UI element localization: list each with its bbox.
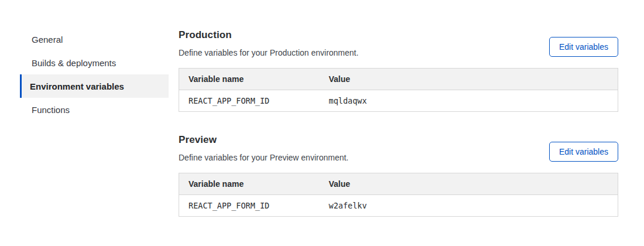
preview-description: Define variables for your Preview enviro…	[179, 153, 348, 162]
sidebar-item-label: Functions	[32, 105, 70, 115]
production-section-header: Production Define variables for your Pro…	[179, 29, 618, 57]
table-header-row: Variable name Value	[179, 69, 618, 90]
variable-value-cell: mqldaqwx	[320, 90, 618, 112]
production-title: Production	[179, 29, 358, 41]
sidebar-item-environment-variables[interactable]: Environment variables	[20, 74, 169, 98]
preview-title: Preview	[179, 134, 348, 146]
preview-section: Preview Define variables for your Previe…	[179, 134, 618, 217]
sidebar-item-label: Environment variables	[30, 81, 124, 91]
production-description: Define variables for your Production env…	[179, 48, 358, 57]
value-column-header: Value	[320, 173, 618, 195]
production-edit-variables-button[interactable]: Edit variables	[549, 37, 618, 57]
variable-value-cell: w2afelkv	[320, 195, 618, 217]
sidebar-item-general[interactable]: General	[20, 28, 169, 51]
sidebar-item-label: General	[32, 35, 63, 45]
preview-edit-variables-button[interactable]: Edit variables	[549, 142, 618, 162]
settings-page: General Builds & deployments Environment…	[0, 0, 644, 217]
preview-section-header: Preview Define variables for your Previe…	[179, 134, 618, 162]
sidebar-item-label: Builds & deployments	[32, 58, 116, 68]
production-titles: Production Define variables for your Pro…	[179, 29, 358, 57]
sidebar-item-builds-deployments[interactable]: Builds & deployments	[20, 51, 169, 74]
variable-name-column-header: Variable name	[179, 173, 320, 195]
table-row: REACT_APP_FORM_ID w2afelkv	[179, 195, 618, 217]
variable-name-cell: REACT_APP_FORM_ID	[179, 195, 320, 217]
table-row: REACT_APP_FORM_ID mqldaqwx	[179, 90, 618, 112]
value-column-header: Value	[320, 69, 618, 90]
preview-titles: Preview Define variables for your Previe…	[179, 134, 348, 162]
settings-sidebar: General Builds & deployments Environment…	[20, 28, 169, 217]
variable-name-cell: REACT_APP_FORM_ID	[179, 90, 320, 112]
table-header-row: Variable name Value	[179, 173, 618, 195]
sidebar-item-functions[interactable]: Functions	[20, 98, 169, 121]
preview-variables-table: Variable name Value REACT_APP_FORM_ID w2…	[179, 173, 618, 217]
variable-name-column-header: Variable name	[179, 69, 320, 90]
production-variables-table: Variable name Value REACT_APP_FORM_ID mq…	[179, 68, 618, 112]
environment-variables-content: Production Define variables for your Pro…	[179, 29, 618, 217]
production-section: Production Define variables for your Pro…	[179, 29, 618, 112]
